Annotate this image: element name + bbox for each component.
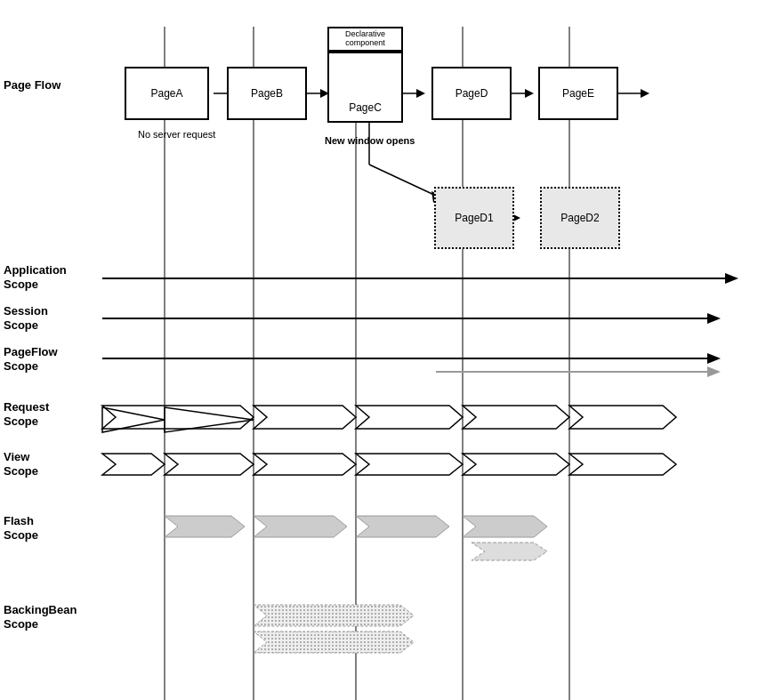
page-d2-box: PageD2 [540,187,620,249]
page-e-box: PageE [538,67,618,120]
session-scope-label: SessionScope [4,304,48,332]
view-scope-label: ViewScope [4,450,38,478]
pageflow-scope-label: PageFlowScope [4,345,58,373]
page-flow-label: Page Flow [4,78,60,93]
svg-marker-10 [416,89,425,98]
application-scope-label: ApplicationScope [4,263,67,291]
page-d1-box: PageD1 [434,187,514,249]
decl-box-1: Declarativecomponent [327,27,403,52]
svg-marker-21 [725,273,738,284]
page-d-box: PageD [431,67,512,120]
diagram: Page Flow PageA PageB Declarativecompone… [0,0,774,700]
svg-marker-28 [102,407,165,432]
page-a-box: PageA [125,67,209,120]
page-b-box: PageB [227,67,307,120]
svg-marker-25 [707,353,721,364]
svg-line-16 [369,165,436,196]
svg-marker-12 [525,89,534,98]
backing-bean-scope-label: BackingBeanScope [4,603,77,631]
new-window-opens-label: New window opens [325,135,415,146]
request-scope-label: RequestScope [4,400,49,428]
flash-scope-label: FlashScope [4,514,38,542]
page-c-box: PageC [327,52,403,123]
no-server-request-label: No server request [138,129,215,140]
svg-marker-23 [707,313,721,324]
svg-marker-29 [165,407,254,432]
svg-marker-14 [641,89,649,98]
svg-marker-27 [707,366,721,377]
